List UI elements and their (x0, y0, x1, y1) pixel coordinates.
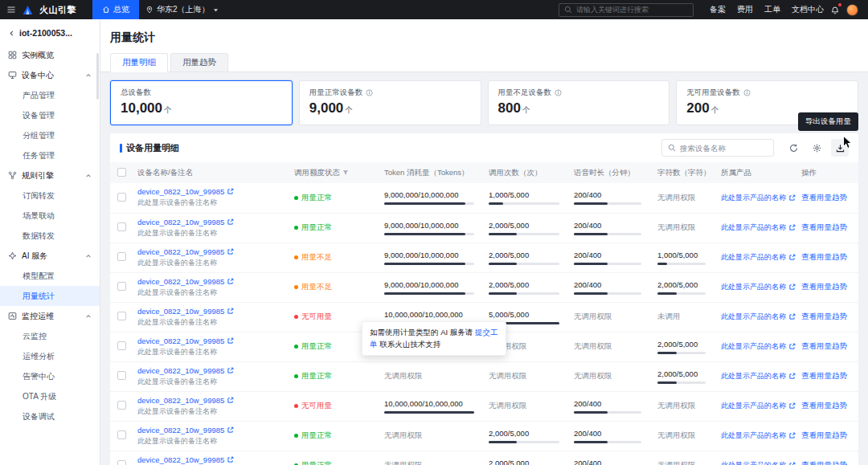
device-name-link[interactable]: device_0822_10w_99985 (137, 277, 281, 286)
product-link[interactable]: 此处显示产品的名称 (721, 341, 788, 352)
sidebar-item[interactable]: 设备中心 (0, 65, 100, 85)
device-name-link[interactable]: device_0822_10w_99985 (137, 337, 281, 345)
sidebar-item[interactable]: 任务管理 (0, 145, 100, 165)
sidebar-item[interactable]: 数据转发 (0, 226, 100, 246)
product-link[interactable]: 此处显示产品的名称 (721, 401, 788, 411)
sidebar-item[interactable]: 实例概览 (0, 45, 100, 65)
tab-usage-detail[interactable]: 用量明细 (110, 53, 168, 72)
instance-selector[interactable]: iot-2100053... (0, 19, 100, 45)
device-name-link[interactable]: device_0822_10w_99985 (137, 426, 281, 434)
sidebar-item[interactable]: 运维分析 (0, 346, 100, 366)
sidebar-item[interactable]: 云监控 (0, 326, 100, 346)
row-checkbox[interactable] (117, 222, 126, 231)
product-link[interactable]: 此处显示产品的名称 (721, 252, 788, 263)
settings-gear-button[interactable] (808, 139, 825, 157)
status-dot-icon (294, 285, 298, 289)
device-name-link[interactable]: device_0822_10w_99985 (137, 396, 281, 405)
calls-progress-bar (489, 233, 559, 235)
sidebar-item[interactable]: 用量统计 (0, 286, 100, 306)
stat-card[interactable]: 用量不足设备数800个 (488, 80, 670, 125)
token-value: 9,000,000/10,000,000 (384, 251, 476, 259)
product-link[interactable]: 此处显示产品的名称 (721, 193, 788, 203)
sidebar-item[interactable]: 设备调试 (0, 406, 100, 426)
sidebar-item[interactable]: 模型配置 (0, 266, 100, 286)
voice-cell: 200/400 (567, 391, 651, 421)
sidebar-item[interactable]: 分组管理 (0, 125, 100, 145)
nav-link-4[interactable]: 文档中心 (792, 4, 824, 15)
sidebar-item[interactable]: 告警中心 (0, 366, 100, 386)
row-checkbox[interactable] (117, 460, 126, 465)
nav-link-1[interactable]: 备案 (710, 4, 726, 15)
nav-link-3[interactable]: 工单 (764, 4, 780, 15)
stat-card-label: 用量正常设备数 (309, 88, 471, 98)
view-usage-trend-link[interactable]: 查看用量趋势 (801, 222, 847, 231)
view-usage-trend-link[interactable]: 查看用量趋势 (801, 430, 847, 439)
info-icon[interactable] (366, 89, 373, 96)
device-search-input[interactable] (680, 144, 768, 153)
row-checkbox[interactable] (117, 282, 126, 291)
info-icon[interactable] (555, 89, 562, 96)
export-download-button[interactable] (831, 139, 849, 157)
device-name-link[interactable]: device_0822_10w_99985 (137, 218, 281, 226)
volcengine-logo-icon (23, 6, 33, 14)
nav-link-2[interactable]: 费用 (737, 4, 753, 15)
status-dot-icon (294, 374, 298, 378)
device-search[interactable] (661, 139, 774, 157)
info-icon[interactable] (743, 89, 751, 96)
device-name-link[interactable]: device_0822_10w_99985 (137, 366, 281, 375)
row-checkbox[interactable] (117, 193, 126, 202)
token-text: 无调用权限 (384, 371, 423, 380)
product-link[interactable]: 此处显示产品的名称 (721, 222, 788, 233)
sidebar-item[interactable]: 监控运维 (0, 306, 100, 326)
sidebar-item[interactable]: AI 服务 (0, 246, 100, 266)
sidebar-item[interactable]: 产品管理 (0, 85, 100, 105)
sidebar-item[interactable]: 订阅转发 (0, 186, 100, 206)
tab-usage-trend[interactable]: 用量趋势 (170, 53, 228, 71)
view-usage-trend-link[interactable]: 查看用量趋势 (801, 282, 847, 291)
row-checkbox[interactable] (117, 401, 126, 410)
view-usage-trend-link[interactable]: 查看用量趋势 (801, 312, 847, 320)
product-link[interactable]: 此处显示产品的名称 (721, 282, 788, 292)
row-checkbox[interactable] (117, 252, 126, 261)
view-usage-trend-link[interactable]: 查看用量趋势 (801, 193, 847, 202)
device-name-link[interactable]: device_0822_10w_99985 (137, 455, 281, 464)
chevron-down-icon (213, 7, 219, 13)
product-link[interactable]: 此处显示产品的名称 (721, 371, 788, 381)
hamburger-menu-icon[interactable] (6, 5, 16, 14)
chars-progress-bar (657, 263, 706, 265)
row-checkbox[interactable] (117, 312, 126, 320)
view-usage-trend-link[interactable]: 查看用量趋势 (801, 371, 847, 380)
product-link[interactable]: 此处显示产品的名称 (721, 460, 788, 465)
stat-value-number: 200 (686, 100, 709, 116)
sidebar-item[interactable]: 规则引擎 (0, 165, 100, 186)
device-name-link[interactable]: device_0822_10w_99985 (137, 307, 281, 316)
view-usage-trend-link[interactable]: 查看用量趋势 (801, 401, 847, 410)
sidebar-item[interactable]: OTA 升级 (0, 386, 100, 406)
device-name-link[interactable]: device_0822_10w_99985 (137, 247, 281, 256)
product-link[interactable]: 此处显示产品的名称 (721, 312, 788, 322)
row-checkbox[interactable] (117, 371, 126, 380)
sidebar-scrollbar[interactable] (96, 53, 99, 100)
row-checkbox[interactable] (117, 341, 126, 350)
view-usage-trend-link[interactable]: 查看用量趋势 (801, 460, 847, 465)
row-checkbox[interactable] (117, 430, 126, 439)
sidebar-item[interactable]: 场景联动 (0, 206, 100, 226)
sidebar-item[interactable]: 设备管理 (0, 105, 100, 125)
select-all-checkbox[interactable] (117, 168, 126, 177)
external-link-icon (227, 367, 234, 374)
user-avatar[interactable] (846, 4, 858, 16)
device-name-cell: device_0822_10w_99985此处显示设备的备注名称 (131, 451, 288, 465)
view-usage-trend-link[interactable]: 查看用量趋势 (801, 252, 847, 261)
stat-card[interactable]: 总设备数10,000个 (110, 80, 293, 125)
refresh-button[interactable] (784, 139, 802, 157)
notifications-bell-icon[interactable] (830, 5, 840, 14)
nav-overview-tab[interactable]: 总览 (92, 0, 139, 19)
view-usage-trend-link[interactable]: 查看用量趋势 (801, 341, 847, 350)
product-link[interactable]: 此处显示产品的名称 (721, 430, 788, 441)
region-selector[interactable]: 华东2（上海） (145, 4, 219, 15)
global-search-input[interactable] (576, 6, 688, 14)
stat-card[interactable]: 用量正常设备数9,000个 (299, 80, 481, 125)
global-search[interactable] (559, 3, 694, 17)
device-name-link[interactable]: device_0822_10w_99985 (137, 187, 281, 196)
filter-icon[interactable] (342, 169, 349, 176)
